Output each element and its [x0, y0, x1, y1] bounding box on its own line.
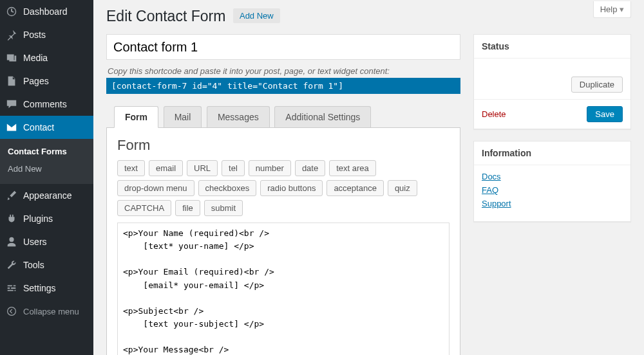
info-link-docs[interactable]: Docs — [482, 172, 623, 181]
submenu-add-new[interactable]: Add New — [0, 160, 93, 178]
plug-icon — [5, 212, 18, 225]
sidebar-label: Settings — [23, 283, 56, 293]
comment-icon — [5, 98, 18, 111]
sidebar-item-comments[interactable]: Comments — [0, 93, 93, 116]
sidebar-item-tools[interactable]: Tools — [0, 253, 93, 277]
sidebar-label: Pages — [23, 76, 49, 86]
sidebar-item-dashboard[interactable]: Dashboard — [0, 0, 93, 23]
sidebar-item-settings[interactable]: Settings — [0, 277, 93, 300]
page-icon — [5, 75, 18, 87]
shortcode-note: Copy this shortcode and paste it into yo… — [108, 66, 460, 76]
duplicate-button[interactable]: Duplicate — [571, 77, 623, 93]
tag-btn-tel[interactable]: tel — [222, 160, 245, 176]
editor-tabs: Form Mail Messages Additional Settings — [106, 105, 460, 128]
tag-btn-textarea[interactable]: text area — [329, 160, 376, 176]
tab-messages[interactable]: Messages — [207, 106, 270, 127]
tab-form[interactable]: Form — [114, 106, 158, 128]
sidebar-item-plugins[interactable]: Plugins — [0, 207, 93, 230]
tag-generators: text email URL tel number date text area… — [117, 160, 450, 216]
tab-mail[interactable]: Mail — [164, 106, 202, 127]
sidebar-label: Contact — [23, 122, 54, 132]
main-column: Copy this shortcode and paste it into yo… — [106, 34, 460, 355]
tag-btn-radio[interactable]: radio buttons — [260, 180, 323, 196]
sidebar-label: Tools — [23, 260, 44, 270]
sidebar-item-appearance[interactable]: Appearance — [0, 184, 93, 207]
tag-btn-url[interactable]: URL — [187, 160, 218, 176]
tag-btn-acceptance[interactable]: acceptance — [327, 180, 384, 196]
mail-icon — [5, 121, 18, 134]
brush-icon — [5, 189, 18, 202]
tag-btn-dropdown[interactable]: drop-down menu — [117, 180, 194, 196]
tag-btn-date[interactable]: date — [295, 160, 325, 176]
tag-btn-submit[interactable]: submit — [204, 200, 243, 216]
information-box-title: Information — [474, 141, 630, 165]
sidebar-label: Posts — [23, 30, 46, 40]
submenu-contact-forms[interactable]: Contact Forms — [0, 143, 93, 160]
sidebar-label: Appearance — [23, 190, 72, 201]
sidebar-item-media[interactable]: Media — [0, 46, 93, 69]
tab-additional-settings[interactable]: Additional Settings — [274, 106, 371, 127]
status-box: Status Duplicate Delete Save — [473, 34, 631, 129]
save-button[interactable]: Save — [587, 106, 623, 122]
sidebar-item-users[interactable]: Users — [0, 230, 93, 253]
sidebar-submenu-contact: Contact Forms Add New — [0, 139, 93, 184]
sliders-icon — [5, 282, 18, 295]
tag-btn-text[interactable]: text — [117, 160, 145, 176]
form-panel-heading: Form — [117, 137, 450, 154]
dashboard-icon — [5, 5, 18, 18]
add-new-button[interactable]: Add New — [233, 8, 280, 23]
wrench-icon — [5, 259, 18, 271]
info-link-faq[interactable]: FAQ — [482, 185, 623, 195]
media-icon — [5, 51, 18, 64]
page-title: Edit Contact Form — [106, 8, 225, 25]
sidebar-label: Plugins — [23, 214, 53, 224]
sidebar-label: Users — [23, 237, 47, 247]
form-title-input[interactable] — [106, 34, 460, 60]
chevron-left-circle-icon — [5, 305, 18, 318]
side-column: Status Duplicate Delete Save Information… — [473, 34, 631, 355]
tag-btn-checkboxes[interactable]: checkboxes — [198, 180, 257, 196]
shortcode-display[interactable]: [contact-form-7 id="4" title="Contact fo… — [106, 78, 460, 94]
admin-sidebar: Dashboard Posts Media Pages Comments Con… — [0, 0, 93, 355]
information-box: Information Docs FAQ Support — [473, 141, 631, 222]
form-editor-textarea[interactable] — [117, 223, 450, 355]
delete-link[interactable]: Delete — [482, 109, 506, 119]
tag-btn-captcha[interactable]: CAPTCHA — [117, 200, 171, 216]
collapse-menu[interactable]: Collapse menu — [0, 300, 93, 323]
tag-btn-file[interactable]: file — [175, 200, 200, 216]
sidebar-item-posts[interactable]: Posts — [0, 23, 93, 46]
sidebar-label: Media — [23, 53, 48, 63]
tag-btn-quiz[interactable]: quiz — [388, 180, 417, 196]
pin-icon — [5, 28, 18, 41]
collapse-label: Collapse menu — [23, 307, 79, 316]
form-panel: Form text email URL tel number date text… — [106, 128, 460, 355]
content-area: Help Edit Contact Form Add New Copy this… — [93, 0, 644, 355]
sidebar-label: Dashboard — [23, 6, 68, 17]
sidebar-label: Comments — [23, 99, 67, 109]
tag-btn-number[interactable]: number — [249, 160, 291, 176]
help-tab[interactable]: Help — [593, 1, 631, 18]
sidebar-item-contact[interactable]: Contact — [0, 116, 93, 139]
tag-btn-email[interactable]: email — [149, 160, 183, 176]
status-box-title: Status — [474, 35, 630, 59]
user-icon — [5, 235, 18, 248]
svg-point-0 — [8, 307, 16, 316]
sidebar-item-pages[interactable]: Pages — [0, 69, 93, 93]
info-link-support[interactable]: Support — [482, 199, 623, 208]
